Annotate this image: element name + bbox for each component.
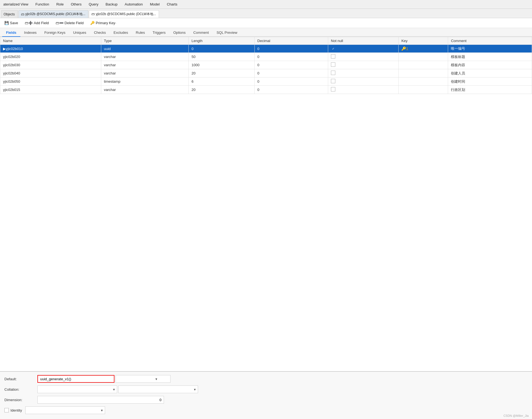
not-null-checkbox[interactable] (331, 87, 335, 91)
subtab-indexes[interactable]: Indexes (20, 29, 41, 37)
menubar-item-automation[interactable]: Automation (124, 2, 144, 7)
subtab-excludes[interactable]: Excludes (110, 29, 132, 37)
col-header-not-null[interactable]: Not null (328, 37, 399, 45)
col-header-name[interactable]: Name (0, 37, 101, 45)
toolbar: 💾 Save 🗃➕ Add Field 🗃➖ Delete Field 🔑 Pr… (0, 18, 532, 28)
subtab-checks[interactable]: Checks (90, 29, 109, 37)
menubar-item-query[interactable]: Query (87, 2, 99, 7)
cell-comment: 模板标题 (448, 53, 532, 61)
tab-2-label: yjic02b @SCDCMIS.public (DCLW本地... (96, 12, 156, 16)
identity-row: Identity (4, 406, 528, 414)
primary-key-button[interactable]: 🔑 Primary Key· (88, 20, 118, 26)
identity-label: Identity (10, 408, 22, 412)
default-row: Default: (4, 375, 528, 383)
menubar-item-function[interactable]: Function (34, 2, 50, 7)
fields-table: Name Type Length Decimal Not null Key Co… (0, 37, 532, 94)
cell-not-null (328, 69, 399, 77)
table-row[interactable]: yjic02b040 varchar 20 0 创建人员 (0, 69, 532, 77)
tab-objects-label: Objects (4, 12, 15, 16)
cell-decimal: 0 (254, 61, 328, 69)
col-header-decimal[interactable]: Decimal (254, 37, 328, 45)
cell-comment: 唯一编号 (448, 45, 532, 53)
cell-not-null (328, 61, 399, 69)
table-row[interactable]: yjic02b020 varchar 50 0 模板标题 (0, 53, 532, 61)
cell-key (399, 53, 448, 61)
tab-2[interactable]: 🗃 yjic02b @SCDCMIS.public (DCLW本地... (89, 10, 159, 18)
tab-objects[interactable]: Objects (1, 10, 18, 18)
menubar-item-model[interactable]: Model (149, 2, 161, 7)
menubar-item-others[interactable]: Others (70, 2, 83, 7)
menubar-item-role[interactable]: Role (55, 2, 65, 7)
cell-key (399, 86, 448, 94)
dimension-label: Dimension: (4, 398, 37, 402)
cell-length: 50 (189, 53, 254, 61)
cell-name: yjic02b030 (0, 61, 101, 69)
col-header-comment[interactable]: Comment (448, 37, 532, 45)
key-icon: 🔑1 (401, 46, 408, 51)
cell-length: 20 (189, 69, 254, 77)
col-header-key[interactable]: Key (399, 37, 448, 45)
not-null-checkbox[interactable] (331, 79, 335, 83)
delete-field-button[interactable]: 🗃➖ Delete Field (53, 20, 86, 26)
cell-decimal: 0 (254, 77, 328, 86)
subtab-triggers[interactable]: Triggers (149, 29, 169, 37)
table-row[interactable]: yjic02b015 varchar 20 0 行政区划 (0, 86, 532, 94)
tab-1[interactable]: 🗃 yjic02b @SCDCMIS.public (DCLW本地... (18, 10, 89, 18)
default-input[interactable] (37, 375, 114, 383)
cell-type: varchar (101, 61, 189, 69)
tabs-bar: Objects 🗃 yjic02b @SCDCMIS.public (DCLW本… (0, 9, 532, 18)
cell-decimal: 0 (254, 53, 328, 61)
menubar: aterialized View Function Role Others Qu… (0, 0, 532, 9)
col-header-type[interactable]: Type (101, 37, 189, 45)
subtab-foreign-keys[interactable]: Foreign Keys (40, 29, 69, 37)
not-null-checkbox[interactable] (331, 46, 335, 51)
cell-not-null (328, 77, 399, 86)
tab-1-icon: 🗃 (21, 12, 24, 16)
cell-key (399, 69, 448, 77)
save-button[interactable]: 💾 Save (2, 20, 20, 26)
cell-decimal: 0 (254, 45, 328, 53)
subtab-comment[interactable]: Comment (190, 29, 213, 37)
save-icon: 💾 (4, 21, 9, 25)
cell-comment: 行政区划 (448, 86, 532, 94)
cell-key: 🔑1 (399, 45, 448, 53)
subtab-options[interactable]: Options (169, 29, 190, 37)
cell-name: yjic02b050 (0, 77, 101, 86)
table-row[interactable]: yjic02b030 varchar 1000 0 模板内容 (0, 61, 532, 69)
add-field-button[interactable]: 🗃➕ Add Field (23, 20, 51, 26)
collation-select-2[interactable] (118, 385, 198, 393)
tab-1-label: yjic02b @SCDCMIS.public (DCLW本地... (25, 12, 86, 16)
subtab-rules[interactable]: Rules (132, 29, 149, 37)
cell-name: ▶yjic02b010 (0, 45, 101, 53)
default-type-select[interactable] (116, 375, 171, 383)
identity-select[interactable] (25, 406, 105, 414)
cell-decimal: 0 (254, 69, 328, 77)
collation-select-1[interactable] (37, 385, 117, 393)
cell-length: 6 (189, 77, 254, 86)
dimension-input[interactable] (37, 396, 164, 404)
default-label: Default: (4, 377, 37, 381)
cell-length: 20 (189, 86, 254, 94)
menubar-item-backup[interactable]: Backup (105, 2, 119, 7)
cell-length: 1000 (189, 61, 254, 69)
menubar-item-materialized-view[interactable]: aterialized View (2, 2, 29, 7)
subtab-sql-preview[interactable]: SQL Preview (213, 29, 241, 37)
cell-type: uuid (101, 45, 189, 53)
subtabs-bar: Fields Indexes Foreign Keys Uniques Chec… (0, 28, 532, 37)
menubar-item-charts[interactable]: Charts (166, 2, 178, 7)
cell-key (399, 61, 448, 69)
cell-name: yjic02b040 (0, 69, 101, 77)
not-null-checkbox[interactable] (331, 71, 335, 75)
delete-field-icon: 🗃➖ (56, 21, 64, 25)
table-row[interactable]: ▶yjic02b010 uuid 0 0 🔑1 唯一编号 (0, 45, 532, 53)
subtab-fields[interactable]: Fields (2, 29, 20, 37)
not-null-checkbox[interactable] (331, 62, 335, 67)
col-header-length[interactable]: Length (189, 37, 254, 45)
delete-field-label: Delete Field (65, 21, 84, 25)
primary-key-label: Primary Key· (96, 21, 116, 25)
table-row[interactable]: yjic02b050 timestamp 6 0 创建时间 (0, 77, 532, 86)
cell-length: 0 (189, 45, 254, 53)
not-null-checkbox[interactable] (331, 54, 335, 59)
identity-checkbox[interactable] (4, 408, 9, 412)
subtab-uniques[interactable]: Uniques (69, 29, 90, 37)
